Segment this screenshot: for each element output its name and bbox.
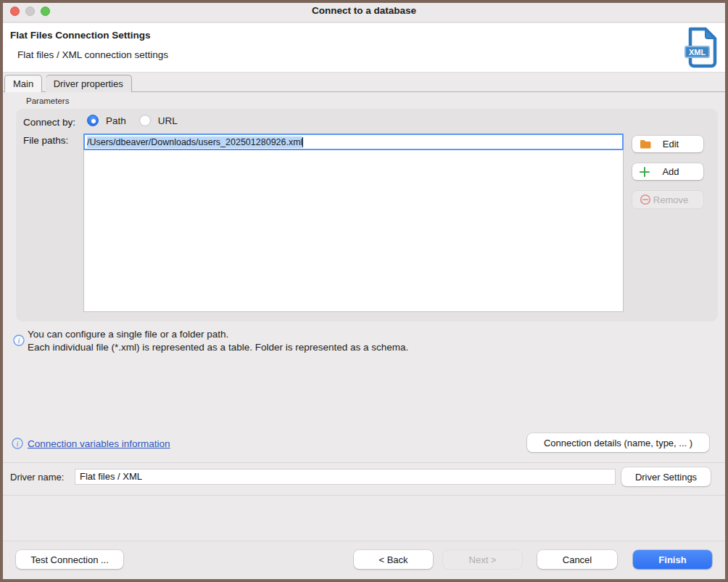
file-path-input[interactable]: /Users/dbeaver/Downloads/users_202501280… <box>83 134 624 150</box>
separator <box>0 495 728 496</box>
driver-settings-button[interactable]: Driver Settings <box>621 467 711 486</box>
xml-file-icon: XML <box>683 25 719 69</box>
title-bar: Connect to a database <box>0 0 728 22</box>
back-button[interactable]: < Back <box>354 550 433 569</box>
next-button[interactable]: Next > <box>443 550 522 569</box>
edit-button[interactable]: Edit <box>632 136 703 152</box>
tab-strip: Main Driver properties <box>0 75 728 92</box>
file-paths-list[interactable]: /Users/dbeaver/Downloads/users_202501280… <box>83 134 624 312</box>
info-text: You can configure a single file or a fol… <box>28 328 408 353</box>
window-title: Connect to a database <box>0 0 728 22</box>
info-line-2: Each individual file (*.xml) is represen… <box>28 341 408 354</box>
radio-url-label[interactable]: URL <box>158 115 178 126</box>
info-line-1: You can configure a single file or a fol… <box>28 328 408 341</box>
cancel-button[interactable]: Cancel <box>537 550 617 569</box>
info-icon-link: i <box>12 438 23 449</box>
tab-main[interactable]: Main <box>4 75 42 92</box>
dialog-header: Flat Files Connection Settings Flat file… <box>0 23 728 73</box>
svg-text:XML: XML <box>689 48 706 57</box>
driver-name-field: Flat files / XML <box>75 469 616 485</box>
page-subtitle: Flat files / XML connection settings <box>17 49 168 60</box>
page-title: Flat Files Connection Settings <box>10 30 151 41</box>
finish-button[interactable]: Finish <box>633 550 712 569</box>
connection-details-button[interactable]: Connection details (name, type, ... ) <box>527 433 709 452</box>
add-button[interactable]: Add <box>632 163 703 180</box>
folder-icon <box>640 139 653 149</box>
driver-name-label: Driver name: <box>10 472 64 483</box>
radio-path-label[interactable]: Path <box>106 115 126 126</box>
file-path-selected-text: /Users/dbeaver/Downloads/users_202501280… <box>87 136 302 148</box>
radio-url[interactable] <box>139 115 151 126</box>
connection-variables-link[interactable]: Connection variables information <box>28 438 170 449</box>
text-caret <box>302 137 303 147</box>
info-icon: i <box>13 335 25 346</box>
connect-by-label: Connect by: <box>23 117 75 128</box>
minus-circle-icon <box>640 194 653 205</box>
svg-text:i: i <box>17 440 19 448</box>
plus-icon <box>640 167 653 177</box>
separator <box>0 462 728 463</box>
tab-driver-properties[interactable]: Driver properties <box>46 75 132 92</box>
remove-button[interactable]: Remove <box>632 191 703 208</box>
file-paths-label: File paths: <box>23 135 68 146</box>
test-connection-button[interactable]: Test Connection ... <box>16 550 123 569</box>
svg-text:i: i <box>18 337 20 345</box>
radio-path[interactable] <box>87 115 99 126</box>
parameters-group-label: Parameters <box>26 97 69 105</box>
